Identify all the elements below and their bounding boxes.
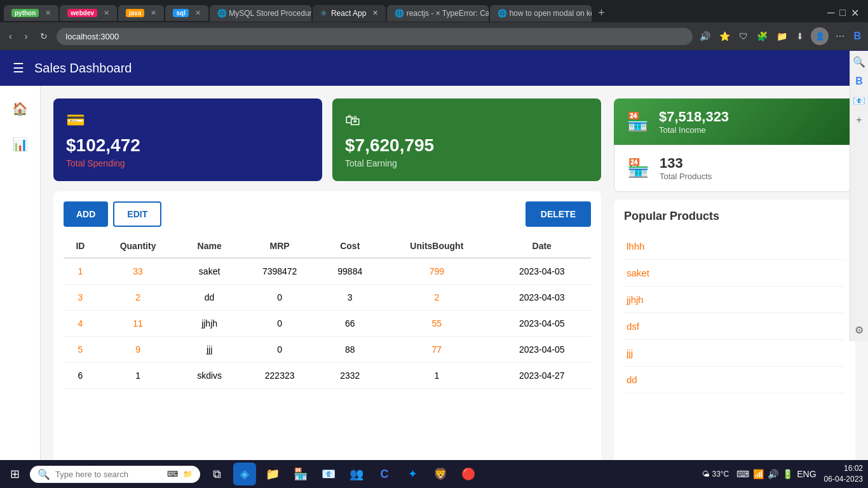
- taskbar-keyboard-icon: ⌨: [736, 469, 749, 479]
- tab-reactjs-error[interactable]: 🌐 reactjs - × TypeError: Cannot... ✕: [387, 5, 489, 22]
- taskbar-explorer[interactable]: 📁: [261, 463, 284, 485]
- table-scroll-wrap[interactable]: ID Quantity Name MRP Cost UnitsBought Da…: [64, 234, 591, 389]
- maximize-button[interactable]: □: [839, 7, 846, 19]
- refresh-button[interactable]: ↻: [36, 29, 51, 44]
- cell-id: 1: [64, 258, 97, 285]
- earning-card: 🛍 $7,620,795 Total Earning: [332, 98, 601, 181]
- tab-close-webdev[interactable]: ✕: [104, 9, 109, 17]
- bing-icon[interactable]: B: [851, 29, 863, 44]
- products-info: 133 Total Products: [660, 155, 712, 181]
- back-button[interactable]: ‹: [5, 29, 16, 44]
- popular-list: lhhhsaketjjhjhdsfjjjdd: [624, 233, 845, 393]
- popular-item[interactable]: dd: [624, 367, 845, 393]
- tab-react-label: React App: [331, 9, 366, 18]
- taskbar-network-icon: 📶: [753, 469, 764, 479]
- close-button[interactable]: ✕: [851, 7, 859, 19]
- app-header: ☰ Sales Dashboard: [0, 50, 868, 86]
- new-tab-button[interactable]: +: [593, 4, 610, 22]
- tab-how-to[interactable]: 🌐 how to open modal on key p... ✕: [490, 5, 592, 22]
- app-container: ☰ Sales Dashboard 🏠 📊 💳 $102,472 Total S…: [0, 50, 868, 487]
- tab-mysql[interactable]: 🌐 MySQL Stored Procedure Par... ✕: [210, 5, 311, 22]
- tab-webdev[interactable]: webdev ✕: [60, 5, 117, 21]
- products-icon: 🏪: [627, 158, 649, 179]
- read-aloud-icon[interactable]: 🔊: [698, 29, 712, 43]
- add-button[interactable]: ADD: [64, 201, 108, 227]
- more-icon[interactable]: ⋯: [834, 29, 846, 43]
- tab-close-java[interactable]: ✕: [151, 9, 156, 17]
- browser-sidebar-copilot[interactable]: B: [855, 76, 863, 87]
- right-cards: 🏪 $7,518,323 Total Income 🏪 133 Total Pr…: [614, 98, 855, 192]
- col-date: Date: [492, 234, 591, 258]
- cell-quantity: 9: [97, 337, 179, 363]
- spending-card: 💳 $102,472 Total Spending: [53, 98, 322, 181]
- table-section: ADD EDIT DELETE ID Quantity Name: [53, 191, 601, 475]
- delete-button[interactable]: DELETE: [526, 201, 591, 227]
- minimize-button[interactable]: ─: [827, 7, 834, 19]
- taskbar-task-view[interactable]: ⧉: [205, 463, 228, 485]
- taskbar-copilot[interactable]: C: [373, 463, 396, 485]
- browser-chrome: python ✕ webdev ✕ java ✕ sql ✕ 🌐 MySQL S…: [0, 0, 868, 50]
- browser-sidebar-add[interactable]: +: [856, 114, 862, 126]
- favorites-icon[interactable]: ⭐: [717, 29, 732, 43]
- cell-name: jjhjh: [179, 311, 240, 337]
- taskbar-search-input[interactable]: [55, 470, 162, 479]
- taskbar-edge[interactable]: ◈: [233, 463, 256, 485]
- browser-sidebar-search[interactable]: 🔍: [853, 56, 865, 68]
- taskbar-vscode[interactable]: ✦: [401, 463, 424, 485]
- browser-sidebar-panel: 🔍 B 📧 + ⚙: [850, 51, 868, 341]
- cell-units: 2: [381, 285, 492, 311]
- start-button[interactable]: ⊞: [5, 464, 25, 484]
- tab-java[interactable]: java ✕: [118, 5, 164, 21]
- table-row[interactable]: 4 11 jjhjh 0 66 55 2023-04-05: [64, 311, 591, 337]
- address-input[interactable]: [57, 28, 693, 45]
- shield-icon[interactable]: 🛡: [737, 29, 750, 43]
- tab-react[interactable]: ⚛ React App ✕: [313, 5, 386, 22]
- col-quantity: Quantity: [97, 234, 179, 258]
- collections-icon[interactable]: 📁: [775, 29, 789, 43]
- cell-name: saket: [179, 258, 240, 285]
- taskbar-brave[interactable]: 🦁: [429, 463, 452, 485]
- toolbar-icons: 🔊 ⭐ 🛡 🧩 📁 ⬇ 👤 ⋯ B: [698, 27, 863, 45]
- profile-avatar[interactable]: 👤: [811, 27, 829, 45]
- hamburger-menu[interactable]: ☰: [13, 60, 24, 76]
- popular-item[interactable]: lhhh: [624, 233, 845, 260]
- taskbar-lang: ENG: [797, 469, 816, 479]
- tab-close-sql[interactable]: ✕: [195, 9, 201, 17]
- tab-close-python[interactable]: ✕: [45, 9, 51, 17]
- popular-item[interactable]: jjj: [624, 340, 845, 367]
- taskbar-another-app[interactable]: 🔴: [457, 463, 480, 485]
- forward-button[interactable]: ›: [21, 29, 32, 44]
- taskbar-teams[interactable]: 👥: [345, 463, 368, 485]
- tab-sql[interactable]: sql ✕: [165, 5, 208, 21]
- spending-label: Total Spending: [66, 158, 309, 168]
- edit-button[interactable]: EDIT: [113, 201, 161, 227]
- table-row[interactable]: 5 9 jjj 0 88 77 2023-04-05: [64, 337, 591, 363]
- cell-date: 2023-04-03: [492, 285, 591, 311]
- table-row[interactable]: 6 1 skdivs 222323 2332 1 2023-04-27: [64, 363, 591, 389]
- cell-name: skdivs: [179, 363, 240, 389]
- tab-close-react[interactable]: ✕: [372, 9, 378, 17]
- table-row[interactable]: 1 33 saket 7398472 99884 799 2023-04-03: [64, 258, 591, 285]
- cell-date: 2023-04-27: [492, 363, 591, 389]
- data-table: ID Quantity Name MRP Cost UnitsBought Da…: [64, 234, 591, 389]
- browser-sidebar-outlook[interactable]: 📧: [853, 95, 865, 107]
- cell-quantity: 33: [97, 258, 179, 285]
- sidebar-analytics[interactable]: 📊: [8, 132, 33, 157]
- taskbar-store[interactable]: 🏪: [289, 463, 312, 485]
- popular-item[interactable]: jjhjh: [624, 287, 845, 313]
- browser-sidebar-settings[interactable]: ⚙: [855, 325, 864, 336]
- income-card: 🏪 $7,518,323 Total Income: [614, 98, 855, 145]
- popular-item[interactable]: saket: [624, 260, 845, 287]
- cell-mrp: 0: [240, 337, 319, 363]
- cell-name: jjj: [179, 337, 240, 363]
- sidebar-home[interactable]: 🏠: [8, 96, 33, 121]
- table-row[interactable]: 3 2 dd 0 3 2 2023-04-03: [64, 285, 591, 311]
- tab-python[interactable]: python ✕: [4, 5, 58, 21]
- taskbar-mail[interactable]: 📧: [317, 463, 340, 485]
- taskbar-search-box[interactable]: 🔍 ⌨ 📁: [30, 466, 200, 483]
- taskbar-time: 16:02 06-04-2023: [824, 463, 863, 485]
- extensions-icon[interactable]: 🧩: [755, 29, 770, 43]
- downloads-icon[interactable]: ⬇: [794, 29, 806, 43]
- col-cost: Cost: [319, 234, 381, 258]
- popular-item[interactable]: dsf: [624, 313, 845, 340]
